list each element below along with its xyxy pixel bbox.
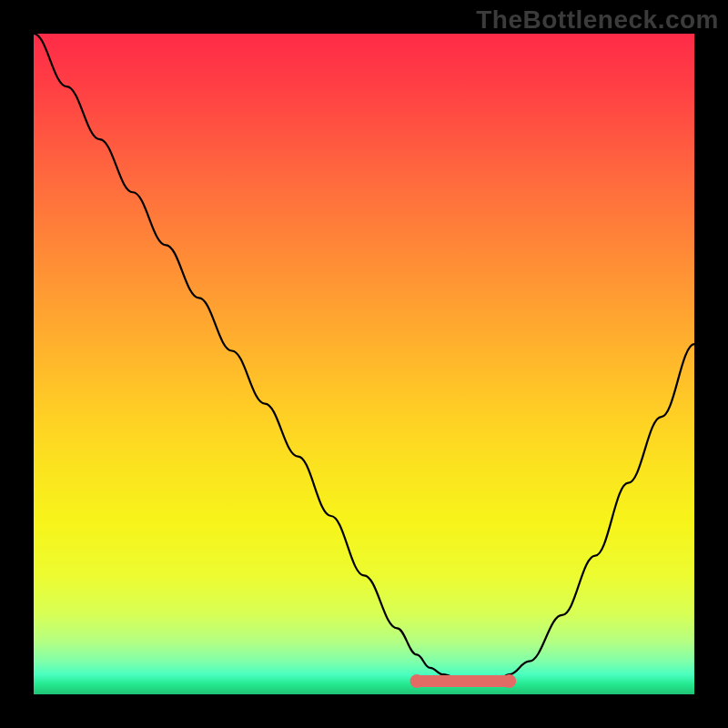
- bottleneck-curve: [34, 34, 694, 681]
- plot-area: [34, 34, 694, 694]
- watermark-text: TheBottleneck.com: [476, 5, 719, 35]
- chart-svg: [34, 34, 694, 694]
- chart-canvas: TheBottleneck.com: [0, 0, 728, 728]
- optimal-marker-right: [502, 674, 516, 688]
- optimal-marker-left: [410, 674, 424, 688]
